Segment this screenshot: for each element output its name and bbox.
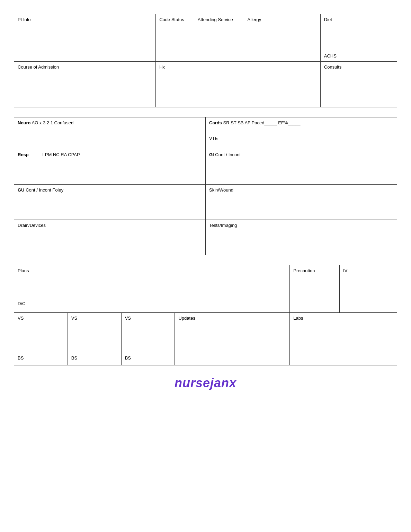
bs3-label: BS [125,355,171,361]
section2-table: Neuro AO x 3 2 1 Confused Cards SR ST SB… [14,117,397,255]
vs3-label: VS [125,316,131,321]
skin-wound-cell: Skin/Wound [206,185,397,220]
vs1-label: VS [18,316,24,321]
hx-cell: Hx [156,62,321,107]
labs-label: Labs [293,316,303,321]
gi-cell: GI Cont / Incont [206,149,397,185]
plans-label: Plans [18,268,29,273]
neuro-cell: Neuro AO x 3 2 1 Confused [14,117,206,149]
allergy-label: Allergy [248,17,261,22]
tests-imaging-cell: Tests/Imaging [206,220,397,255]
gi-label: GI [209,152,214,157]
vs3-cell: VS BS [121,313,175,365]
precaution-cell: Precaution [290,265,340,313]
resp-values: _____LPM NC RA CPAP [30,152,80,157]
resp-label: Resp [18,152,29,157]
gu-values: Cont / Incont Foley [26,187,63,193]
updates-cell: Updates [175,313,290,365]
code-status-cell: Code Status [156,14,194,62]
vs1-cell: VS BS [14,313,68,365]
pt-info-label: Pt Info [18,17,31,22]
consults-label: Consults [324,64,342,70]
code-status-label: Code Status [159,17,184,22]
drain-devices-label: Drain/Devices [18,223,46,228]
hx-label: Hx [159,64,165,70]
neuro-label: Neuro [18,120,31,125]
updates-label: Updates [178,316,195,321]
diet-cell: Diet ACHS [320,14,397,62]
dc-label: D/C [18,301,286,306]
plans-cell: Plans D/C [14,265,290,313]
diet-label: Diet [324,17,332,22]
gu-cell: GU Cont / Incont Foley [14,185,206,220]
cards-cell: Cards SR ST SB AF Paced_____ EF%_____ VT… [206,117,397,149]
neuro-values: AO x 3 2 1 Confused [32,120,73,125]
precaution-label: Precaution [293,268,315,273]
gu-label: GU [18,187,25,193]
bs2-label: BS [71,355,118,361]
brand-logo: nursejanx [14,376,397,390]
vs2-label: VS [71,316,77,321]
course-of-admission-label: Course of Admission [18,64,59,70]
tests-imaging-label: Tests/Imaging [209,223,237,228]
section3-table: Plans D/C Precaution IV VS BS VS [14,265,397,365]
allergy-cell: Allergy [244,14,320,62]
vs2-cell: VS BS [68,313,121,365]
cards-values: SR ST SB AF Paced_____ EF%_____ [223,120,300,125]
pt-info-cell: Pt Info [14,14,156,62]
consults-cell: Consults [320,62,397,107]
resp-cell: Resp _____LPM NC RA CPAP [14,149,206,185]
bs1-label: BS [18,355,64,361]
vte-label: VTE [209,136,393,141]
attending-service-label: Attending Service [198,17,233,22]
attending-service-cell: Attending Service [194,14,244,62]
gi-values: Cont / Incont [215,152,241,157]
iv-cell: IV [340,265,397,313]
drain-devices-cell: Drain/Devices [14,220,206,255]
skin-wound-label: Skin/Wound [209,187,233,193]
section1-table: Pt Info Code Status Attending Service Al… [14,14,397,107]
achs-label: ACHS [324,53,393,59]
cards-label: Cards [209,120,222,125]
labs-cell: Labs [290,313,397,365]
iv-label: IV [343,268,347,273]
course-of-admission-cell: Course of Admission [14,62,156,107]
